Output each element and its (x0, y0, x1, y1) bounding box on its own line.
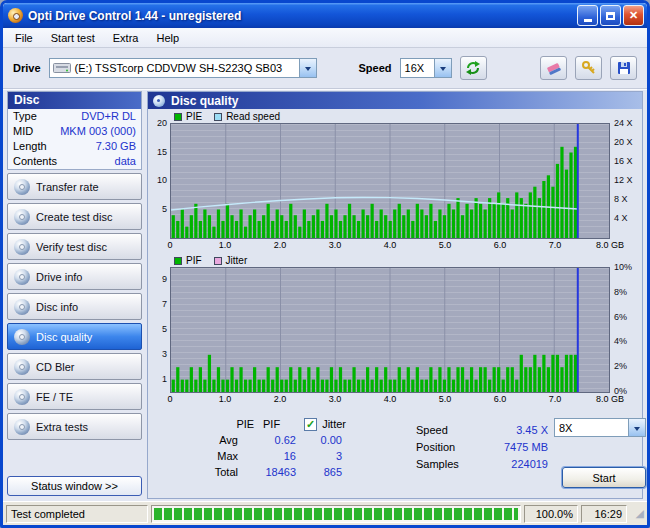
disc-quality-icon (14, 329, 30, 345)
pif-legend-label: PIF (186, 255, 202, 266)
sidebar-item-create-test-disc[interactable]: Create test disc (7, 203, 142, 230)
disc-section-header: Disc (8, 92, 141, 109)
axis-tick-label: 5 (162, 324, 167, 334)
total-pif-value: 865 (296, 466, 342, 478)
mid-label: MID (13, 125, 33, 138)
scan-controls: 8X Start (548, 416, 650, 498)
sidebar-item-extra-tests[interactable]: Extra tests (7, 413, 142, 440)
menu-help[interactable]: Help (147, 30, 188, 46)
sidebar-item-label: Transfer rate (36, 181, 99, 193)
minimize-button[interactable] (577, 5, 598, 26)
drive-select[interactable]: (E:) TSSTcorp CDDVDW SH-S223Q SB03 (49, 58, 317, 78)
speed-select-value: 16X (401, 62, 434, 74)
drive-select-value: (E:) TSSTcorp CDDVDW SH-S223Q SB03 (71, 62, 299, 74)
menu-file[interactable]: File (6, 30, 42, 46)
sidebar-item-disc-quality[interactable]: Disc quality (7, 323, 142, 350)
chevron-down-icon (634, 427, 640, 434)
sidebar-item-label: Disc quality (36, 331, 92, 343)
maximize-icon (606, 12, 615, 20)
axis-tick-label: 4% (614, 336, 627, 346)
chevron-down-icon (440, 67, 446, 74)
scan-speed-label: Speed (416, 424, 468, 436)
axis-tick-label: 7 (162, 299, 167, 309)
axis-tick-label: 7.0 (549, 240, 562, 250)
disc-mid-row: MID MKM 003 (000) (8, 124, 141, 139)
menu-start-test[interactable]: Start test (42, 30, 104, 46)
mid-value: MKM 003 (000) (60, 125, 136, 138)
pie-legend-label: PIE (186, 111, 202, 122)
save-results-button[interactable] (610, 56, 637, 80)
close-button[interactable]: ✕ (623, 5, 644, 26)
extra-tests-icon (14, 419, 30, 435)
axis-tick-label: 8 X (614, 194, 628, 204)
fe-te-icon (14, 389, 30, 405)
sidebar-item-cd-bler[interactable]: CD Bler (7, 353, 142, 380)
speed-row: Speed 3.45 X (416, 421, 548, 438)
sidebar-item-drive-info[interactable]: Drive info (7, 263, 142, 290)
total-pie-value: 18463 (238, 466, 296, 478)
sidebar: Disc Type DVD+R DL MID MKM 003 (000) Len… (3, 89, 145, 501)
drive-select-arrow[interactable] (299, 59, 316, 77)
status-text: Test completed (6, 505, 148, 523)
axis-tick-label: 7.0 (549, 394, 562, 404)
pie-right-axis: 24 X20 X16 X12 X8 X4 X (610, 123, 642, 239)
sidebar-item-fe-te[interactable]: FE / TE (7, 383, 142, 410)
sidebar-item-transfer-rate[interactable]: Transfer rate (7, 173, 142, 200)
scan-stats: Speed 3.45 X Position 7475 MB Samples 22… (416, 416, 548, 498)
position-row: Position 7475 MB (416, 438, 548, 455)
status-window-button[interactable]: Status window >> (7, 476, 142, 496)
resize-grip[interactable]: ◢ (630, 508, 644, 519)
floppy-disk-icon (616, 60, 632, 76)
axis-tick-label: 9 (162, 274, 167, 284)
contents-label: Contents (13, 155, 57, 168)
disc-info-panel: Disc Type DVD+R DL MID MKM 003 (000) Len… (7, 91, 142, 170)
type-value: DVD+R DL (81, 110, 136, 123)
panel-title: Disc quality (171, 94, 238, 108)
menu-extra[interactable]: Extra (104, 30, 148, 46)
max-label: Max (200, 450, 238, 462)
progress-percent: 100.0% (524, 505, 578, 523)
progress-bar (151, 505, 521, 523)
disc-length-row: Length 7.30 GB (8, 139, 141, 154)
sidebar-item-verify-test-disc[interactable]: Verify test disc (7, 233, 142, 260)
maximize-button[interactable] (600, 5, 621, 26)
statusbar: Test completed 100.0% 16:29 ◢ (3, 501, 647, 525)
axis-tick-label: 10% (614, 262, 632, 272)
axis-tick-label: 0 (167, 394, 172, 404)
stats-avg-row: Avg 0.62 0.00 (200, 432, 346, 448)
axis-tick-label: 6.0 (494, 394, 507, 404)
titlebar[interactable]: Opti Drive Control 1.44 - unregistered ✕ (3, 3, 647, 28)
scan-speed-select[interactable]: 8X (554, 418, 646, 437)
refresh-speeds-button[interactable] (460, 56, 487, 80)
total-label: Total (200, 466, 238, 478)
pif-right-axis: 10%8%6%4%2%0% (610, 267, 642, 393)
read-speed-legend-swatch (214, 113, 222, 121)
scan-speed-select-value: 8X (555, 422, 628, 434)
drive-icon (53, 62, 71, 74)
pif-chart-row: 97531 10%8%6%4%2%0% (148, 267, 642, 393)
disc-icon (153, 95, 165, 107)
eraser-icon (546, 60, 562, 76)
length-value: 7.30 GB (96, 140, 136, 153)
sidebar-item-disc-info[interactable]: Disc info (7, 293, 142, 320)
start-button[interactable]: Start (562, 467, 646, 488)
jitter-checkbox[interactable] (304, 418, 317, 431)
create-test-disc-icon (14, 209, 30, 225)
pie-read-speed-chart (171, 124, 609, 238)
pie-chart-legend: PIE Read speed (148, 110, 642, 123)
close-icon: ✕ (629, 10, 638, 21)
samples-value: 224019 (468, 458, 548, 470)
app-icon (8, 8, 23, 23)
erase-disc-button[interactable] (540, 56, 567, 80)
axis-tick-label: 4.0 (384, 394, 397, 404)
scan-speed-value: 3.45 X (468, 424, 548, 436)
license-key-button[interactable] (575, 56, 602, 80)
axis-tick-label: 0 (167, 240, 172, 250)
pif-legend-swatch (174, 257, 182, 265)
speed-select[interactable]: 16X (400, 58, 452, 78)
speed-select-arrow[interactable] (434, 59, 451, 77)
pie-column-header: PIE (221, 418, 254, 430)
axis-tick-label: 2.0 (274, 394, 287, 404)
scan-speed-select-arrow[interactable] (628, 419, 645, 436)
axis-tick-label: 20 X (614, 137, 633, 147)
